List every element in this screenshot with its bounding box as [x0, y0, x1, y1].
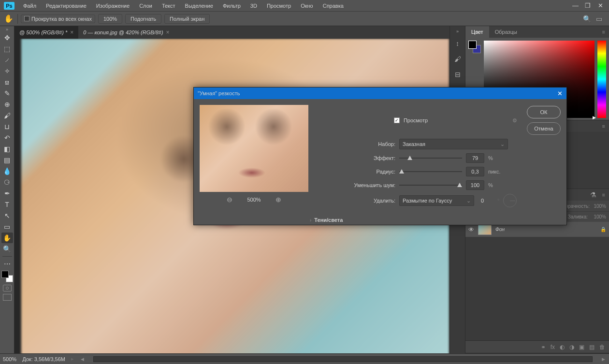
properties-panel-icon[interactable]: ⊟	[452, 69, 464, 80]
menu-help[interactable]: Справка	[318, 1, 348, 11]
menu-image[interactable]: Изображение	[91, 1, 134, 11]
menu-filter[interactable]: Фильтр	[218, 1, 246, 11]
mini-foreground-swatch[interactable]	[468, 41, 477, 49]
radius-slider[interactable]	[399, 168, 462, 175]
tab-close-icon[interactable]: ×	[70, 29, 73, 36]
menu-file[interactable]: Файл	[18, 1, 41, 11]
toolbox-expand-icon[interactable]: »	[6, 27, 8, 32]
healing-tool[interactable]: ⊕	[1, 99, 13, 110]
panel-menu-icon[interactable]: ≡	[598, 29, 609, 35]
swatches-tab[interactable]: Образцы	[489, 26, 523, 38]
status-zoom[interactable]: 500%	[3, 356, 16, 362]
crop-tool[interactable]: ⟏	[1, 77, 13, 87]
noise-slider[interactable]	[399, 182, 462, 189]
remove-select[interactable]: Размытие по Гауссу	[399, 195, 474, 206]
menu-window[interactable]: Окно	[296, 1, 318, 11]
strip-expand-icon[interactable]: »	[456, 29, 459, 34]
hand-tool-icon[interactable]: ✋	[3, 13, 14, 25]
eraser-tool[interactable]: ◧	[1, 144, 13, 154]
lasso-tool[interactable]: ⟋	[1, 55, 13, 65]
eyedropper-tool[interactable]: ✎	[1, 88, 13, 99]
visibility-icon[interactable]: 👁	[468, 226, 474, 233]
menu-select[interactable]: Выделение	[180, 1, 218, 11]
shadows-highlights-expand[interactable]: › Тени/света	[194, 213, 566, 225]
radius-input[interactable]: 0,3	[466, 167, 484, 176]
preview-checkbox[interactable]: ✓	[394, 117, 400, 123]
edit-toolbar[interactable]: ⋯	[1, 259, 13, 269]
color-swatches[interactable]	[1, 271, 13, 282]
mini-color-swatches[interactable]	[468, 41, 481, 53]
shape-tool[interactable]: ▭	[1, 221, 13, 232]
group-icon[interactable]: ▣	[579, 344, 584, 350]
opacity-value[interactable]: 100%	[592, 204, 606, 209]
scroll-right-icon[interactable]: ▶	[600, 357, 606, 362]
menu-edit[interactable]: Редактирование	[41, 1, 91, 11]
stamp-tool[interactable]: ⊔	[1, 121, 13, 132]
lock-icon[interactable]: 🔒	[600, 227, 606, 232]
quickmask-button[interactable]	[3, 285, 12, 291]
scrollbar[interactable]	[93, 356, 593, 362]
document-tab-1[interactable]: @ 500% (RGB/8#) * ×	[14, 26, 78, 39]
zoom-out-icon[interactable]: ⊖	[227, 196, 232, 204]
scroll-left-icon[interactable]: ◀	[80, 357, 86, 362]
mask-icon[interactable]: ◐	[560, 344, 565, 350]
cancel-button[interactable]: Отмена	[527, 122, 561, 135]
hand-tool[interactable]: ✋	[1, 233, 13, 243]
color-tab[interactable]: Цвет	[465, 26, 489, 38]
dodge-tool[interactable]: ⚆	[1, 177, 13, 188]
foreground-swatch[interactable]	[1, 271, 9, 278]
preview-image[interactable]	[200, 105, 308, 192]
gradient-tool[interactable]: ▤	[1, 155, 13, 165]
delete-icon[interactable]: 🗑	[599, 344, 605, 350]
pen-tool[interactable]: ✒	[1, 188, 13, 199]
brush-tool[interactable]: 🖌	[1, 110, 13, 121]
dialog-close-icon[interactable]: ✕	[557, 90, 563, 97]
new-layer-icon[interactable]: ▤	[589, 344, 594, 350]
zoom-in-icon[interactable]: ⊕	[276, 196, 281, 204]
workspace-icon[interactable]: ▭	[596, 15, 602, 23]
scroll-all-checkbox[interactable]: Прокрутка во всех окнах	[21, 15, 95, 23]
move-tool[interactable]: ✥	[1, 32, 13, 43]
history-panel-icon[interactable]: ↕	[452, 38, 464, 49]
zoom-100-button[interactable]: 100%	[98, 14, 122, 24]
ok-button[interactable]: ОК	[527, 106, 561, 118]
panel-menu-icon[interactable]: ≡	[598, 123, 609, 129]
fx-icon[interactable]: fx	[551, 344, 555, 350]
amount-slider[interactable]	[399, 155, 462, 161]
amount-input[interactable]: 79	[466, 153, 484, 163]
zoom-tool[interactable]: 🔍	[1, 244, 13, 254]
document-tab-2[interactable]: 0 — копия.jpg @ 420% (RGB/8#) ×	[78, 26, 174, 39]
gear-icon[interactable]: ⚙	[512, 117, 517, 124]
adjustment-icon[interactable]: ◑	[569, 344, 574, 350]
fullscreen-button[interactable]: Полный экран	[164, 14, 210, 24]
close-icon[interactable]: ✕	[597, 3, 603, 9]
layer-name[interactable]: Фон	[495, 227, 596, 232]
panel-menu-icon[interactable]: ≡	[598, 192, 609, 198]
hue-slider[interactable]	[597, 41, 606, 118]
filter-icon[interactable]: ⚗	[588, 191, 598, 199]
magic-wand-tool[interactable]: ✧	[1, 66, 13, 76]
tab-close-icon[interactable]: ×	[166, 29, 170, 36]
blur-tool[interactable]: 💧	[1, 166, 13, 176]
preset-select[interactable]: Заказная	[399, 139, 508, 149]
menu-view[interactable]: Просмотр	[262, 1, 296, 11]
menu-text[interactable]: Текст	[157, 1, 180, 11]
menu-layers[interactable]: Слои	[134, 1, 157, 11]
status-doc[interactable]: Док: 3,56M/3,56M	[22, 356, 65, 362]
menu-3d[interactable]: 3D	[246, 1, 262, 11]
brushes-panel-icon[interactable]: 🖌	[452, 53, 464, 65]
minimize-icon[interactable]: ―	[572, 3, 578, 9]
layer-thumbnail[interactable]	[478, 224, 492, 235]
fit-button[interactable]: Подогнать	[125, 14, 161, 24]
dialog-titlebar[interactable]: "Умная" резкость ✕	[194, 87, 566, 99]
link-layers-icon[interactable]: ⚭	[541, 344, 546, 350]
history-brush-tool[interactable]: ↶	[1, 132, 13, 143]
marquee-tool[interactable]: ⬚	[1, 44, 13, 54]
type-tool[interactable]: T	[1, 199, 13, 210]
fill-value[interactable]: 100%	[592, 214, 606, 219]
noise-input[interactable]: 100	[466, 180, 484, 190]
restore-icon[interactable]: ❐	[585, 3, 591, 9]
search-icon[interactable]: 🔍	[583, 15, 591, 23]
screenmode-button[interactable]	[3, 294, 12, 301]
path-tool[interactable]: ↖	[1, 210, 13, 221]
